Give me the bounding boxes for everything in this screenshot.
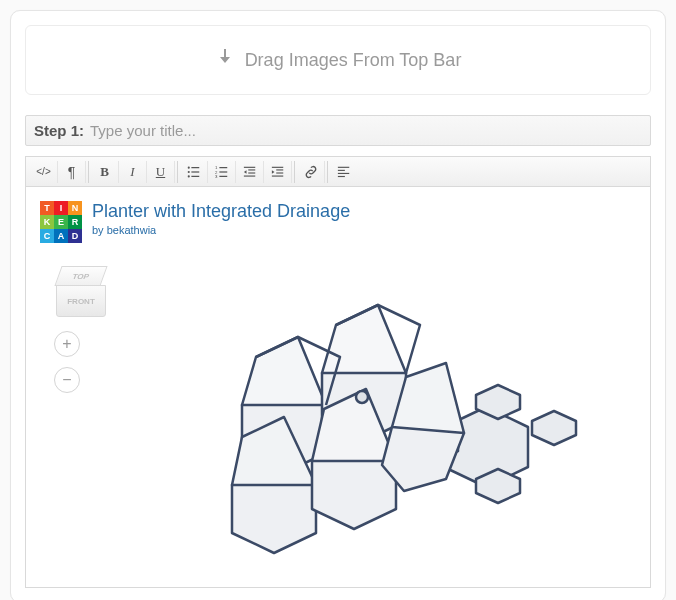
svg-rect-5: [191, 175, 199, 176]
svg-rect-17: [271, 166, 282, 167]
editor-card: Drag Images From Top Bar Step 1: </> ¶ B…: [10, 10, 666, 600]
code-button[interactable]: </>: [30, 161, 58, 183]
svg-rect-11: [219, 175, 227, 176]
svg-rect-14: [248, 169, 255, 170]
toolbar-separator: [294, 161, 295, 183]
embed-header: TINKERCAD Planter with Integrated Draina…: [40, 201, 636, 243]
svg-marker-18: [271, 170, 274, 174]
drop-zone-label: Drag Images From Top Bar: [245, 50, 462, 71]
svg-rect-21: [271, 175, 282, 176]
bullet-list-button[interactable]: [180, 161, 208, 183]
svg-rect-1: [191, 167, 199, 168]
paragraph-button[interactable]: ¶: [58, 161, 86, 183]
italic-button[interactable]: I: [119, 161, 147, 183]
svg-marker-28: [532, 411, 576, 445]
svg-point-4: [187, 175, 189, 177]
svg-rect-9: [219, 171, 227, 172]
embed-author: by bekathwia: [92, 224, 350, 236]
underline-button[interactable]: U: [147, 161, 175, 183]
svg-rect-3: [191, 171, 199, 172]
svg-rect-19: [276, 169, 283, 170]
logo-cell: R: [68, 215, 82, 229]
step-prefix-label: Step 1:: [34, 122, 84, 139]
logo-cell: T: [40, 201, 54, 215]
link-button[interactable]: [297, 161, 325, 183]
svg-rect-20: [276, 172, 283, 173]
svg-rect-24: [338, 172, 349, 173]
indent-button[interactable]: [264, 161, 292, 183]
editor-toolbar: </> ¶ B I U 123: [25, 156, 651, 186]
logo-cell: E: [54, 215, 68, 229]
svg-rect-12: [243, 166, 254, 167]
svg-rect-15: [248, 172, 255, 173]
embed-title: Planter with Integrated Drainage: [92, 201, 350, 222]
image-drop-zone[interactable]: Drag Images From Top Bar: [25, 25, 651, 95]
viewcube-group: TOP FRONT + −: [54, 265, 108, 393]
tinkercad-logo: TINKERCAD: [40, 201, 82, 243]
step-title-input[interactable]: [90, 122, 642, 139]
embed-author-name[interactable]: bekathwia: [107, 224, 157, 236]
svg-point-2: [187, 170, 189, 172]
zoom-out-button[interactable]: −: [54, 367, 80, 393]
svg-rect-22: [338, 166, 349, 167]
toolbar-separator: [327, 161, 328, 183]
svg-rect-25: [338, 175, 345, 176]
viewcube[interactable]: TOP FRONT: [54, 265, 108, 321]
logo-cell: I: [54, 201, 68, 215]
logo-cell: D: [68, 229, 82, 243]
model-3d-canvas[interactable]: [146, 277, 616, 577]
download-arrow-icon: [215, 47, 235, 73]
svg-rect-16: [243, 175, 254, 176]
svg-marker-13: [243, 170, 246, 174]
logo-cell: A: [54, 229, 68, 243]
zoom-in-button[interactable]: +: [54, 331, 80, 357]
svg-point-41: [356, 391, 368, 403]
toolbar-separator: [177, 161, 178, 183]
outdent-button[interactable]: [236, 161, 264, 183]
toolbar-separator: [88, 161, 89, 183]
viewcube-front-face[interactable]: FRONT: [56, 285, 106, 317]
svg-rect-23: [338, 169, 345, 170]
svg-text:3: 3: [215, 174, 218, 179]
svg-marker-32: [242, 337, 326, 405]
logo-cell: K: [40, 215, 54, 229]
svg-point-0: [187, 166, 189, 168]
editor-content-pane[interactable]: TINKERCAD Planter with Integrated Draina…: [25, 186, 651, 588]
align-left-button[interactable]: [330, 161, 358, 183]
viewcube-top-face[interactable]: TOP: [54, 266, 107, 286]
step-title-row: Step 1:: [25, 115, 651, 146]
svg-rect-7: [219, 167, 227, 168]
bold-button[interactable]: B: [91, 161, 119, 183]
logo-cell: N: [68, 201, 82, 215]
svg-marker-34: [322, 305, 406, 373]
logo-cell: C: [40, 229, 54, 243]
numbered-list-button[interactable]: 123: [208, 161, 236, 183]
